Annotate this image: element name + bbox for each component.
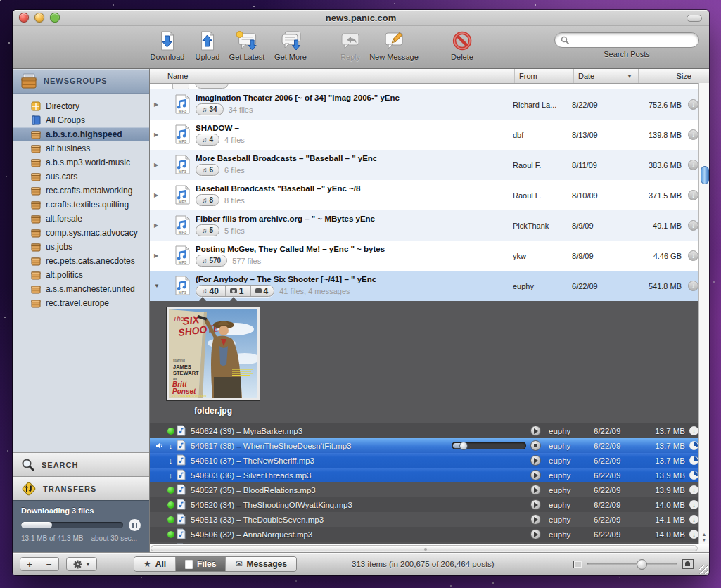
download-arrow-icon[interactable]: ↓ — [689, 530, 698, 539]
sidebar-item-travel-europe[interactable]: rec.travel.europe — [13, 296, 149, 310]
new-message-button[interactable]: New Message — [369, 30, 419, 61]
sidebar-item-metalworking[interactable]: rec.crafts.metalworking — [13, 184, 149, 198]
transfers-section-header[interactable]: TRANSFERS — [13, 476, 149, 500]
sidebar-item-alt-forsale[interactable]: alt.forsale — [13, 212, 149, 226]
size-slider-knob[interactable] — [637, 559, 647, 570]
disclosure-triangle-icon[interactable]: ▼ — [154, 283, 163, 289]
music-count-badge[interactable]: ♫570 — [196, 255, 227, 267]
search-field[interactable] — [554, 32, 699, 48]
download-circle-icon[interactable]: ↓ — [688, 190, 698, 200]
column-header-date[interactable]: Date▼ — [573, 69, 638, 83]
download-button[interactable]: Download — [151, 30, 185, 61]
file-row[interactable]: 540624 (39) – MyraBarker.mp3 euphy 6/22/… — [150, 423, 709, 438]
upload-button[interactable]: Upload — [196, 30, 220, 61]
play-button[interactable] — [530, 514, 541, 525]
disclosure-triangle-icon[interactable]: ▶ — [154, 132, 163, 138]
file-row[interactable]: 540506 (32) – AnnaNorquest.mp3 euphy 6/2… — [150, 527, 709, 542]
music-count-segment[interactable]: ♫40 — [202, 286, 223, 296]
small-image-icon[interactable] — [573, 561, 582, 568]
disclosure-triangle-icon[interactable]: ▶ — [154, 192, 163, 198]
post-group-row[interactable]: ▶ MP3 Fibber fills from archive.org – " … — [150, 210, 709, 241]
search-section-header[interactable]: SEARCH — [13, 452, 149, 476]
large-image-icon[interactable] — [682, 559, 694, 569]
sidebar-item-us-jobs[interactable]: us.jobs — [13, 240, 149, 254]
post-group-row[interactable]: ▶ MP3 Posting McGee, They Called Me! – y… — [150, 241, 709, 271]
filter-messages-segment[interactable]: ✉Messages — [225, 557, 295, 571]
delete-button[interactable]: Delete — [451, 30, 473, 61]
download-circle-icon[interactable]: ↓ — [688, 129, 698, 140]
disclosure-triangle-icon[interactable]: ▶ — [154, 162, 163, 168]
pause-button[interactable] — [129, 519, 141, 531]
title-bar[interactable]: news.panic.com — [13, 10, 709, 26]
sidebar-item-directory[interactable]: Directory — [13, 99, 149, 113]
action-gear-button[interactable]: ▼ — [66, 557, 97, 571]
download-arrow-icon[interactable]: ↓ — [689, 515, 698, 524]
window-resize-grip[interactable] — [699, 565, 708, 574]
sidebar-item-cats-anecdotes[interactable]: rec.pets.cats.anecdotes — [13, 254, 149, 268]
scroll-down-arrow-icon[interactable]: ▼ — [699, 537, 709, 543]
photo-count-segment[interactable]: 1 — [225, 286, 248, 296]
music-count-badge[interactable]: ♫6 — [196, 164, 219, 176]
search-input[interactable] — [569, 35, 693, 45]
sidebar-item-world-music[interactable]: a.b.s.mp3.world-music — [13, 155, 149, 170]
playback-knob[interactable] — [459, 442, 468, 450]
horizontal-scrollbar[interactable] — [150, 544, 709, 552]
download-arrow-icon[interactable]: ↓ — [689, 426, 698, 435]
post-group-row[interactable]: ▶ MP3 SHADOW – ♫4 4 files dbf 8/13/09 13… — [150, 120, 709, 150]
newsgroups-header[interactable]: NEWSGROUPS — [13, 69, 149, 94]
column-header-from[interactable]: From — [514, 69, 573, 83]
sidebar-item-absro-highspeed[interactable]: a.b.s.r.o.highspeed — [13, 127, 149, 141]
horizontal-scrollbar-thumb[interactable] — [151, 545, 698, 551]
vertical-scrollbar-thumb[interactable] — [701, 166, 709, 184]
media-count-badge[interactable]: ♫40 1 4 — [196, 285, 274, 297]
file-row[interactable]: 540513 (33) – TheDoubleSeven.mp3 euphy 6… — [150, 512, 709, 527]
play-button[interactable] — [530, 529, 541, 539]
file-row[interactable]: 540527 (35) – BloodRelations.mp3 euphy 6… — [150, 482, 709, 497]
disclosure-triangle-icon[interactable]: ▶ — [154, 253, 163, 259]
remove-group-button[interactable]: − — [39, 557, 59, 571]
file-row[interactable]: 540520 (34) – TheShootingOfWyattKing.mp3… — [150, 497, 709, 512]
post-group-row[interactable]: ▶ MP3 More Baseball Broadcasts – "Baseba… — [150, 150, 709, 180]
filter-files-segment[interactable]: Files — [175, 557, 225, 571]
get-more-button[interactable]: Get More — [274, 30, 307, 61]
play-button[interactable] — [530, 499, 541, 510]
attachment-thumbnail[interactable]: The SIX SHOOTER starrin — [167, 307, 260, 416]
play-button[interactable] — [530, 470, 541, 480]
add-group-button[interactable]: + — [20, 557, 39, 571]
music-count-badge[interactable]: ♫34 — [196, 103, 224, 115]
sidebar-item-all-groups[interactable]: All Groups — [13, 113, 149, 127]
size-slider-track[interactable] — [587, 563, 677, 565]
column-header-name[interactable]: Name — [150, 69, 514, 83]
get-latest-button[interactable]: Get Latest — [229, 30, 265, 61]
file-row-playing-selected[interactable]: ↓ 540617 (38) – WhenTheShoeDoesn'tFit.mp… — [150, 438, 709, 453]
sidebar-item-alt-business[interactable]: alt.business — [13, 141, 149, 155]
disclosure-triangle-icon[interactable]: ▶ — [154, 222, 163, 229]
download-circle-icon[interactable]: ↓ — [688, 281, 698, 291]
play-button[interactable] — [530, 485, 541, 495]
playback-scrubber[interactable] — [452, 442, 526, 449]
music-count-badge[interactable]: ♫4 — [196, 134, 219, 146]
post-group-row[interactable]: ▶ MP3 Baseball Broadcasts "Baseball –" y… — [150, 180, 709, 210]
file-row-queued-selected[interactable]: ↓ 540610 (37) – TheNewSheriff.mp3 euphy … — [150, 453, 709, 468]
download-circle-icon[interactable]: ↓ — [688, 250, 698, 261]
music-count-badge[interactable]: ♫5 — [196, 224, 219, 236]
sidebar-item-aus-cars[interactable]: aus.cars — [13, 170, 149, 184]
disclosure-triangle-icon[interactable]: ▶ — [154, 101, 163, 108]
reply-button[interactable]: Reply — [339, 30, 362, 61]
download-arrow-icon[interactable]: ↓ — [689, 485, 698, 494]
filter-all-segment[interactable]: ★All — [134, 557, 175, 571]
play-button[interactable] — [530, 455, 541, 466]
sidebar-item-manchester-united[interactable]: a.s.s.manchester.united — [13, 282, 149, 296]
download-circle-icon[interactable]: ↓ — [688, 99, 698, 110]
vertical-scrollbar[interactable]: ▲▼ — [698, 83, 709, 544]
sidebar-item-alt-politics[interactable]: alt.politics — [13, 268, 149, 282]
download-arrow-icon[interactable]: ↓ — [689, 500, 698, 509]
scroll-up-arrow-icon[interactable]: ▲ — [699, 532, 709, 537]
toolbar-toggle-button[interactable] — [687, 15, 702, 22]
file-row-queued-selected[interactable]: ↓ 540603 (36) – SilverThreads.mp3 euphy … — [150, 468, 709, 482]
message-count-segment[interactable]: 4 — [250, 286, 269, 296]
column-header-size[interactable]: Size — [638, 69, 698, 83]
sidebar-item-mac-advocacy[interactable]: comp.sys.mac.advocacy — [13, 226, 149, 240]
download-circle-icon[interactable]: ↓ — [688, 220, 698, 231]
sidebar-item-quilting[interactable]: r.crafts.textiles.quilting — [13, 198, 149, 212]
